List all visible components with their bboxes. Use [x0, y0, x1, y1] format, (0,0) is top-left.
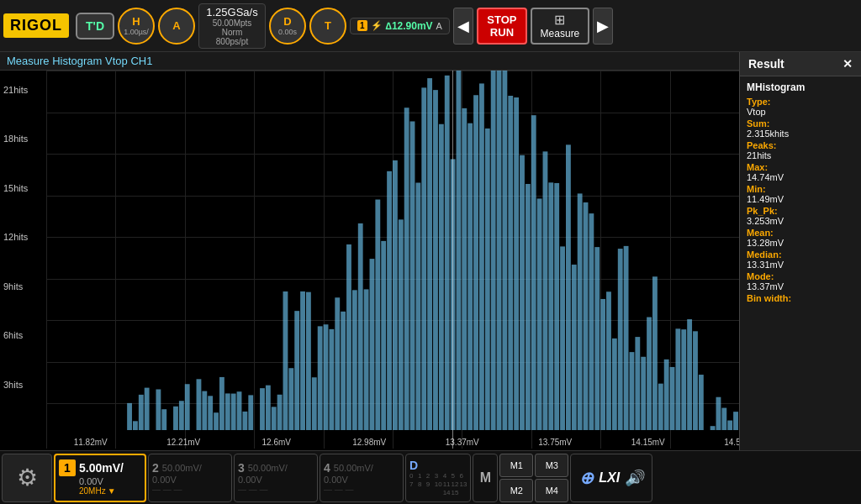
x-label-2: 12.6mV — [262, 438, 291, 447]
ch2-number: 2 — [152, 461, 159, 475]
ch2-scale: 50.00mV/ — [162, 463, 202, 473]
ch4-number: 4 — [324, 461, 330, 475]
d-label: D — [409, 459, 467, 472]
type-value: Vtop — [747, 107, 854, 117]
scope-title: Measure Histogram Vtop CH1 — [0, 52, 739, 71]
mean-row: Mean: 13.28mV — [747, 228, 854, 248]
top-bar: RIGOL T'D H 1.00µs/ A 1.25GSa/s 50.00Mpt… — [0, 0, 861, 52]
m3-button[interactable]: M3 — [535, 454, 568, 477]
histogram-bar-94 — [589, 213, 594, 430]
histogram-bar-74 — [473, 95, 478, 430]
min-row: Min: 11.49mV — [747, 184, 854, 204]
histogram-bar-26 — [197, 379, 202, 430]
t-label: T — [325, 19, 331, 32]
ch3-block[interactable]: 3 50.00mV/ 0.00V — — — — [234, 454, 318, 502]
median-label: Median: — [747, 249, 854, 260]
histogram-bar-105 — [652, 276, 658, 430]
histogram-bar-119 — [733, 412, 738, 430]
histogram-bar-20 — [161, 409, 166, 430]
mode-row: Mode: 13.37mV — [747, 271, 854, 291]
median-value: 13.31mV — [747, 260, 854, 270]
d-value: 0.00s — [278, 28, 297, 36]
histogram-bar-108 — [670, 367, 675, 430]
histogram-bar-91 — [572, 265, 577, 430]
histogram-bar-117 — [721, 408, 726, 430]
ch1-block[interactable]: 1 5.00mV/ 0.00V 20MHz ▼ — [54, 454, 146, 502]
trigger-block: 1 ⚡ ∆12.90mV A — [350, 18, 450, 34]
histogram-bar-16 — [139, 395, 144, 430]
sum-value: 2.315khits — [747, 129, 854, 139]
settings-button[interactable]: ⚙ — [2, 454, 52, 502]
histogram-bar-56 — [370, 259, 375, 430]
a-sample: 1.25GSa/s — [206, 6, 257, 18]
histogram-bar-110 — [681, 329, 686, 430]
histogram-bar-118 — [727, 421, 732, 430]
mhistogram-title: MHistogram — [747, 81, 854, 93]
ch3-number: 3 — [238, 461, 245, 475]
y-label-4: 9hits — [3, 281, 23, 291]
result-close-button[interactable]: ✕ — [843, 57, 853, 71]
d-channel-empty — [409, 489, 417, 496]
histogram-bar-63 — [410, 121, 415, 430]
histogram-bar-83 — [526, 184, 531, 430]
d-block[interactable]: D 0123456789101112131415 — [405, 454, 471, 502]
histogram-bar-28 — [208, 396, 213, 430]
d-channel-11: 11 — [443, 480, 451, 488]
pk-pk-value: 3.253mV — [747, 216, 854, 226]
t-button[interactable]: T — [309, 8, 346, 45]
histogram-bar-30 — [219, 377, 224, 430]
histogram-bar-53 — [352, 290, 357, 430]
histogram-bar-48 — [324, 324, 329, 430]
d-channel-8: 8 — [418, 480, 425, 488]
measure-button[interactable]: ⊞ Measure — [531, 8, 589, 45]
cursor-line — [452, 71, 453, 449]
histogram-bar-107 — [664, 360, 669, 430]
d-channel-6: 6 — [459, 472, 467, 480]
h-button[interactable]: H 1.00µs/ — [118, 8, 155, 45]
histogram-bar-100 — [624, 246, 629, 430]
x-label-5: 13.75mV — [538, 438, 572, 447]
histogram-bar-65 — [421, 87, 426, 430]
max-value: 14.74mV — [747, 172, 854, 182]
d-channel-empty — [435, 489, 442, 496]
x-label-1: 12.21mV — [166, 438, 200, 447]
run-label: RUN — [490, 26, 514, 39]
histogram-bar-78 — [497, 71, 502, 430]
histogram-bar-43 — [294, 311, 299, 430]
pk-pk-label: Pk_Pk: — [747, 206, 854, 216]
d-button[interactable]: D 0.00s — [269, 8, 306, 45]
m2-button[interactable]: M2 — [499, 479, 533, 502]
td-button[interactable]: T'D — [76, 13, 114, 39]
stop-run-button[interactable]: STOP RUN — [477, 8, 527, 45]
histogram-bar-97 — [606, 291, 611, 430]
histogram-bar-35 — [248, 395, 253, 430]
histogram-bar-88 — [554, 183, 559, 430]
nav-right-arrow[interactable]: ▶ — [593, 8, 613, 45]
trigger-delta: ∆12.90mV — [386, 20, 433, 32]
nav-left-arrow[interactable]: ◀ — [453, 8, 473, 45]
histogram-bar-98 — [612, 339, 617, 430]
histogram-bar-33 — [237, 391, 242, 430]
ch4-scale: 50.00mV/ — [334, 463, 373, 473]
a-mode: Norm — [222, 28, 242, 37]
mean-label: Mean: — [747, 228, 854, 238]
x-label-6: 14.15mV — [631, 438, 665, 447]
pk-pk-row: Pk_Pk: 3.253mV — [747, 206, 854, 226]
histogram-bar-89 — [560, 246, 565, 430]
histogram-bar-24 — [185, 384, 190, 430]
histogram-bar-31 — [225, 393, 230, 430]
ch1-number: 1 — [59, 459, 76, 476]
ch4-block[interactable]: 4 50.00mV/ 0.00V — — — — [320, 454, 404, 502]
d-channel-empty — [426, 489, 434, 496]
histogram-bar-44 — [300, 291, 305, 430]
m1-button[interactable]: M1 — [499, 454, 533, 477]
ch2-block[interactable]: 2 50.00mV/ 0.00V — — — — [148, 454, 232, 502]
rigol-logo: RIGOL — [3, 13, 69, 38]
peaks-row: Peaks: 21hits — [747, 140, 854, 160]
m-buttons-container: M1 M3 M2 M4 — [499, 454, 568, 502]
a-button[interactable]: A — [158, 8, 195, 45]
histogram-bar-40 — [277, 395, 283, 430]
histogram-bar-104 — [647, 318, 652, 430]
m4-button[interactable]: M4 — [535, 479, 568, 502]
histogram-bar-99 — [618, 249, 623, 430]
